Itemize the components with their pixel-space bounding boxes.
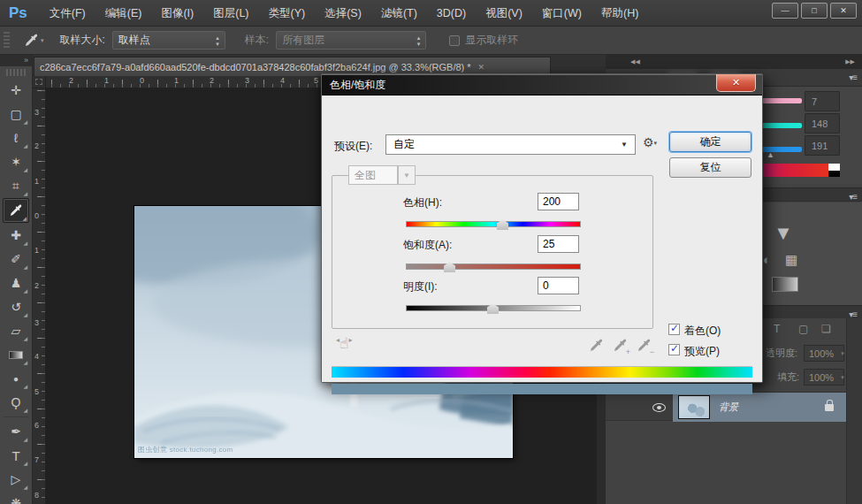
panel-menu-icon[interactable]: ▾≡ [849,192,857,202]
show-ring-checkbox[interactable] [449,35,460,46]
eyedropper-subtract-icon[interactable]: − [637,338,652,354]
menu-help[interactable]: 帮助(H) [591,0,648,27]
eyedropper-add-icon[interactable]: + [613,338,629,354]
menu-window[interactable]: 窗口(W) [532,0,591,27]
saturation-slider-thumb[interactable] [444,262,455,272]
dodge-tool[interactable]: Ϙ◢ [3,391,29,414]
filter-type-icon[interactable]: T [774,323,780,335]
dialog-close-button[interactable]: ✕ [716,74,756,92]
hue-slider-track[interactable] [406,221,581,227]
crop-tool[interactable]: ⌗◢ [3,174,29,197]
close-window-button[interactable]: ✕ [830,3,857,19]
eyedropper-sample-icon[interactable] [589,338,605,354]
lightness-input[interactable] [538,277,579,294]
fill-label: 填充: [777,370,799,384]
lock-icon [825,404,834,411]
channel-dropdown[interactable]: 全图 [348,165,398,185]
eyedropper-options-icon[interactable] [24,33,39,48]
panel-menu-icon[interactable]: ▾≡ [849,73,857,82]
color-value-3[interactable]: 191 [805,135,840,156]
custom-shape-tool[interactable]: ❋◢ [3,492,29,504]
ruler-number: 8 [34,491,39,500]
blur-tool[interactable]: ●◢ [3,367,29,390]
sample-size-value: 取样点 [118,33,150,48]
opacity-dropdown[interactable]: 100% ▾ [804,345,844,362]
adjustment-gradientmap-icon[interactable] [772,277,798,292]
colorize-checkbox[interactable]: ✓ [668,324,680,335]
targeted-adjustment-icon[interactable]: ◂☝▸ [336,334,352,353]
preset-dropdown[interactable]: 自定 ▼ [385,134,636,155]
magic-wand-tool[interactable]: ✶◢ [3,150,29,173]
ok-button[interactable]: 确定 [669,132,751,152]
filter-smartobject-icon[interactable]: ❏ [821,323,831,335]
adjustment-gradient-triangle-icon[interactable]: ▼ [774,222,793,245]
color-slider-thumb-icon[interactable]: ▲ [767,150,774,159]
collapse-panels-icon[interactable]: ◀◀ [630,58,640,65]
ruler-number: 3 [245,76,249,85]
gradient-tool[interactable]: ◢ [3,343,29,366]
menu-type[interactable]: 类型(Y) [259,0,316,27]
menu-3d[interactable]: 3D(D) [427,0,476,27]
sample-dropdown[interactable]: 所有图层 ▴▾ [276,31,426,50]
eraser-tool[interactable]: ▱◢ [3,319,29,342]
layer-thumbnail[interactable] [678,395,710,419]
layers-scroll-area[interactable] [846,318,862,504]
dialog-title-bar[interactable]: 色相/饱和度 [322,74,762,95]
sample-size-dropdown[interactable]: 取样点 ▴▾ [112,31,225,50]
saturation-input[interactable] [538,235,579,253]
ruler-number: 2 [34,141,39,150]
fill-value: 100% [809,372,834,383]
toolbar-collapse-icon[interactable]: » [0,55,32,66]
move-tool[interactable]: ✛ [3,79,29,102]
layer-row-background[interactable]: 背景 [606,392,862,421]
toolbar-grip[interactable] [6,69,26,76]
maximize-button[interactable]: □ [801,3,828,19]
channel-dropdown-arrow-icon[interactable]: ▼ [398,165,416,185]
tab-close-icon[interactable]: ✕ [478,63,485,72]
brush-tool[interactable]: ✐◢ [3,248,29,271]
hue-input[interactable] [538,193,579,210]
path-select-tool[interactable]: ▷◢ [3,468,29,491]
eye-visibility-icon[interactable] [652,403,666,412]
menu-layer[interactable]: 图层(L) [203,0,258,27]
expand-panels-icon[interactable]: ▶▶ [845,58,855,65]
color-value-2[interactable]: 148 [805,113,840,134]
history-brush-tool[interactable]: ↺◢ [3,295,29,318]
ruler-number: 2 [69,76,73,85]
stamp-tool[interactable]: ♟◢ [3,271,29,294]
preset-options-gear-icon[interactable]: ⚙▾ [643,135,657,149]
healing-brush-tool[interactable]: ✚◢ [3,224,29,247]
marquee-tool[interactable]: ▢◢ [3,103,29,126]
menu-filter[interactable]: 滤镜(T) [371,0,427,27]
layer-row-highlight: 背景 [673,393,846,422]
fill-dropdown[interactable]: 100% ▾ [804,369,844,386]
menu-image[interactable]: 图像(I) [151,0,203,27]
minimize-button[interactable]: — [772,3,798,19]
reset-button[interactable]: 复位 [669,157,751,178]
window-controls: — □ ✕ [772,3,857,19]
adjustment-grid-icon[interactable]: ▦ [785,252,797,268]
menu-file[interactable]: 文件(F) [40,0,95,27]
color-value-1[interactable]: 7 [805,91,840,111]
vertical-ruler[interactable]: 3 2 1 0 1 2 3 4 5 6 7 8 [33,88,46,504]
menu-edit[interactable]: 编辑(E) [95,0,152,27]
preview-checkbox[interactable]: ✓ [668,344,680,355]
type-tool[interactable]: T◢ [3,444,29,467]
menu-select[interactable]: 选择(S) [315,0,371,27]
menu-view[interactable]: 视图(V) [476,0,532,27]
options-grip[interactable] [4,32,10,50]
lightness-label: 明度(I): [403,279,438,294]
eyedropper-tool[interactable]: ◢ [3,198,29,223]
pen-tool[interactable]: ✒◢ [3,420,29,443]
lightness-slider-track[interactable] [406,305,581,311]
adjustment-colorwheel-icon[interactable]: ◐ [763,252,771,267]
lightness-slider-thumb[interactable] [487,303,499,314]
white-swatch[interactable] [828,164,840,171]
ruler-number: 3 [34,108,39,117]
saturation-slider-track[interactable] [406,263,581,270]
hue-slider-thumb[interactable] [497,219,508,230]
filter-shape-icon[interactable]: ▢ [798,323,808,335]
tool-preset-arrow-icon[interactable]: ▾ [41,37,44,44]
lasso-tool[interactable]: ℓ◢ [3,126,29,149]
black-swatch[interactable] [828,171,840,177]
